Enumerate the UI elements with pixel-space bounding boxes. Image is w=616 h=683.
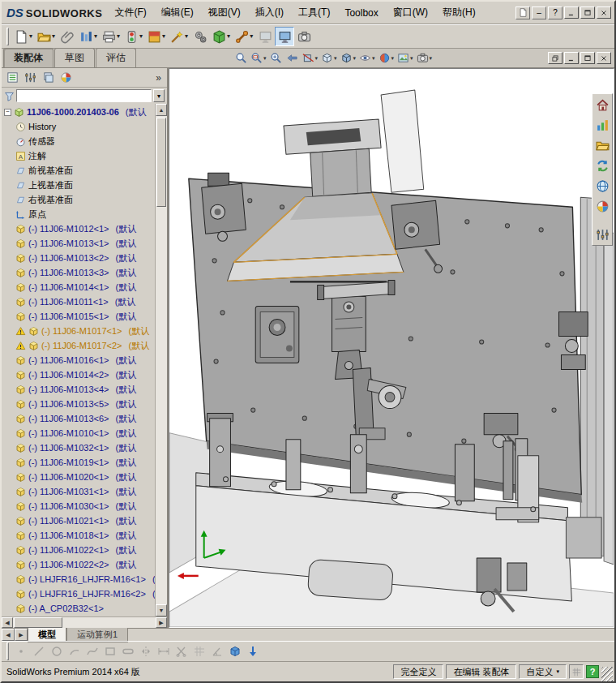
sketch-angle-button[interactable] <box>208 642 226 660</box>
tree-item[interactable]: 传感器 <box>4 134 155 148</box>
sketch-isometric-button[interactable] <box>226 642 244 660</box>
collapse-toggle[interactable]: − <box>4 109 11 116</box>
display-pane-button[interactable] <box>275 27 294 46</box>
tree-item[interactable]: (-) 11J06-M1010<1>(默认 <box>4 426 155 440</box>
sketch-circle-button[interactable] <box>48 642 66 660</box>
view-orientation-button[interactable]: ▾ <box>319 50 339 67</box>
graphics-area[interactable] <box>169 68 614 628</box>
menu-item-7[interactable]: 帮助(H) <box>435 2 483 24</box>
menu-item-4[interactable]: 工具(T) <box>291 2 337 24</box>
taskpane-custom-properties-button[interactable] <box>594 226 610 243</box>
scroll-up-button[interactable]: ▲ <box>156 104 167 116</box>
tree-item[interactable]: (-) 11J06-M1013<3>(默认 <box>4 265 155 280</box>
attach-button[interactable] <box>58 27 77 46</box>
tree-item[interactable]: (-) 11J06-M1013<5>(默认 <box>4 397 155 411</box>
tree-item[interactable]: 注解 <box>4 148 155 163</box>
sketch-rectangle-button[interactable] <box>101 642 119 660</box>
taskpane-updates-button[interactable] <box>594 157 610 174</box>
gears-button[interactable] <box>190 27 210 46</box>
sketch-grid-button[interactable] <box>190 642 208 660</box>
tree-item[interactable]: (-) 11J06-M1012<1>(默认 <box>4 221 155 236</box>
filter-input[interactable] <box>16 89 152 102</box>
toolbar-grip[interactable] <box>6 28 9 45</box>
menu-item-0[interactable]: 文件(F) <box>107 2 153 24</box>
tree-item[interactable]: (-) 11J06-M1031<1>(默认 <box>4 484 155 499</box>
tree-item[interactable]: History <box>4 119 155 134</box>
tree-item[interactable]: (-) 11J06-M1022<1>(默认 <box>4 543 155 557</box>
tree-item[interactable]: (-) 11J06-M1014<2>(默认 <box>4 367 155 382</box>
view-settings-button[interactable]: ▾ <box>415 50 434 67</box>
taskpane-home-button[interactable] <box>594 97 610 113</box>
command-tab-0[interactable]: 装配体 <box>3 48 53 67</box>
tree-item[interactable]: (-) 11J06-M1021<1>(默认 <box>4 513 155 528</box>
assembly-tools-button[interactable]: ▾ <box>210 27 233 46</box>
panel-expand-button[interactable]: » <box>156 72 165 84</box>
panel-tab-configurationmanager[interactable] <box>40 70 56 86</box>
sketch-slot-button[interactable] <box>119 642 137 660</box>
menu-item-2[interactable]: 视图(V) <box>201 2 248 24</box>
tree-item[interactable]: 上视基准面 <box>4 178 155 192</box>
open-folder-button[interactable]: ▾ <box>35 27 58 46</box>
tree-item[interactable]: (-) 11J06-M1030<1>(默认 <box>4 499 155 513</box>
filter-dropdown-button[interactable]: ▾ <box>153 89 165 102</box>
sketch-select-button[interactable] <box>12 642 30 660</box>
menu-item-5[interactable]: Toolbox <box>337 3 385 23</box>
tree-scrollbar[interactable]: ▲ ▼ <box>155 104 167 616</box>
rebuild-button[interactable]: ▾ <box>122 27 145 46</box>
tree-item[interactable]: (-) 11J06-M1019<1>(默认 <box>4 455 155 470</box>
tree-item[interactable]: (-) 11J06-M1032<1>(默认 <box>4 440 155 455</box>
print-button[interactable]: ▾ <box>100 27 122 46</box>
previous-view-button[interactable] <box>284 50 301 67</box>
tree-item[interactable]: 原点 <box>4 207 155 221</box>
hide-show-items-button[interactable]: ▾ <box>357 50 377 67</box>
tree-item[interactable]: (-) 11J06-M1016<1>(默认 <box>4 353 155 367</box>
sketch-toolbar-grip[interactable] <box>6 642 9 660</box>
quick-tips-button[interactable]: ? <box>586 665 599 678</box>
new-document-button[interactable]: ▾ <box>12 27 35 46</box>
doc-close-button[interactable] <box>597 52 611 64</box>
h-scroll-track[interactable] <box>63 617 156 628</box>
tree-item[interactable]: (-) 11J06-M1013<1>(默认 <box>4 236 155 251</box>
command-tab-1[interactable]: 草图 <box>54 48 95 67</box>
model-3d-view[interactable] <box>169 69 614 627</box>
custom-dropdown[interactable]: 自定义 ▾ <box>519 664 567 679</box>
sketch-line-button[interactable] <box>30 642 48 660</box>
panel-tab-propertymanager[interactable] <box>22 70 38 86</box>
scroll-right-button[interactable]: ▶ <box>156 617 167 628</box>
structure-button[interactable]: ▾ <box>77 27 100 46</box>
title-minimize-small[interactable]: – <box>532 6 546 19</box>
taskpane-web-button[interactable] <box>594 178 610 194</box>
model-tab-1[interactable]: 运动算例1 <box>66 628 128 642</box>
tree-item[interactable]: (-) LHJFR16_LHJFR-M16<1>(默认 <box>4 572 155 586</box>
sketch-trim-button[interactable] <box>173 642 190 660</box>
tree-item[interactable]: (-) LHJFR16_LHJFR-M16<2>(默认 <box>4 586 155 601</box>
command-tab-2[interactable]: 评估 <box>96 48 136 67</box>
record-video-button[interactable] <box>294 27 314 46</box>
sketch-dimension-button[interactable] <box>155 642 173 660</box>
tree-item[interactable]: (-) 11J06-M1014<1>(默认 <box>4 280 155 294</box>
tree-item[interactable]: 右视基准面 <box>4 192 155 207</box>
tree-item[interactable]: (-) 11J06-M1018<1>(默认 <box>4 528 155 543</box>
tree-root-item[interactable]: − 11J06-1000.201403-06 (默认 <box>4 105 155 119</box>
tree-item[interactable]: (-) 11J06-M1013<2>(默认 <box>4 251 155 265</box>
taskpane-appearances-scenes-button[interactable] <box>594 198 610 214</box>
tree-item[interactable]: (-) 11J06-M1015<1>(默认 <box>4 309 155 324</box>
h-scroll-thumb[interactable] <box>14 617 62 628</box>
scroll-down-button[interactable]: ▼ <box>156 604 167 616</box>
apply-scene-button[interactable]: ▾ <box>396 50 415 67</box>
menu-item-1[interactable]: 编辑(E) <box>154 2 201 24</box>
units-grid-icon[interactable] <box>569 664 584 679</box>
maximize-button[interactable] <box>580 6 595 19</box>
minimize-button[interactable] <box>564 6 579 19</box>
tree-item[interactable]: (-) 11J06-M1013<6>(默认 <box>4 411 155 426</box>
tree-item[interactable]: (-) A_CP02B32<1> <box>4 601 155 616</box>
tree-item[interactable]: (-) 11J06-M1020<1>(默认 <box>4 470 155 484</box>
panel-tab-appearances[interactable] <box>58 70 74 86</box>
wizard-button[interactable]: ▾ <box>168 27 190 46</box>
help-button[interactable]: ? <box>548 6 563 19</box>
tree-h-scrollbar[interactable]: ◀ ▶ <box>2 616 167 628</box>
tree-item[interactable]: (-) 11J06-M1017<1>(默认 <box>4 324 155 338</box>
tab-scroll-right[interactable]: ▶ <box>15 629 28 641</box>
model-tab-0[interactable]: 模型 <box>28 628 66 642</box>
menu-item-6[interactable]: 窗口(W) <box>386 2 435 24</box>
